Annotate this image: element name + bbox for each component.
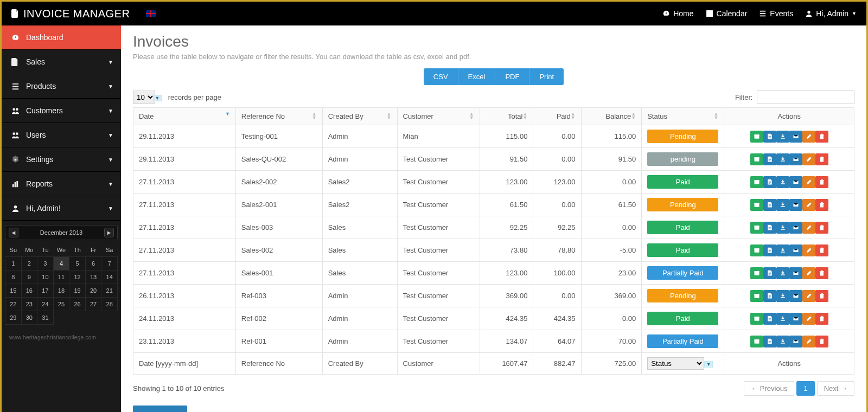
- cal-day-25[interactable]: 25: [53, 298, 69, 311]
- action-details[interactable]: [763, 336, 776, 347]
- cal-day-9[interactable]: 9: [21, 271, 37, 284]
- col-created-by[interactable]: Created By▲▼: [322, 108, 397, 125]
- cal-day-13[interactable]: 13: [85, 271, 101, 284]
- nav-home[interactable]: Home: [662, 9, 693, 18]
- action-view[interactable]: [750, 199, 763, 211]
- cal-day-15[interactable]: 15: [5, 284, 22, 298]
- filter-input[interactable]: [757, 91, 854, 104]
- cal-day-17[interactable]: 17: [37, 284, 54, 298]
- action-download[interactable]: [776, 267, 789, 279]
- cal-day-14[interactable]: 14: [101, 271, 118, 284]
- action-view[interactable]: [750, 313, 763, 325]
- action-download[interactable]: [776, 153, 789, 165]
- action-details[interactable]: [763, 222, 776, 234]
- cal-day-31[interactable]: 31: [37, 311, 54, 325]
- cal-day-1[interactable]: 1: [5, 257, 22, 271]
- action-delete[interactable]: [815, 290, 828, 302]
- action-delete[interactable]: [815, 267, 828, 279]
- action-edit[interactable]: [802, 131, 815, 143]
- col-date[interactable]: Date▼: [133, 108, 236, 125]
- action-delete[interactable]: [815, 222, 828, 234]
- cal-day-27[interactable]: 27: [85, 298, 101, 311]
- action-email[interactable]: [789, 176, 802, 188]
- action-details[interactable]: [763, 199, 776, 211]
- action-view[interactable]: [750, 290, 763, 302]
- action-download[interactable]: [776, 199, 789, 211]
- cal-day-30[interactable]: 30: [21, 311, 37, 325]
- col-customer[interactable]: Customer▲▼: [397, 108, 480, 125]
- action-details[interactable]: [763, 290, 776, 302]
- page-prev[interactable]: ← Previous: [744, 381, 794, 396]
- sidebar-item-users[interactable]: Users▼: [2, 123, 121, 147]
- action-edit[interactable]: [802, 199, 815, 211]
- status-filter[interactable]: Status: [647, 357, 704, 370]
- add-invoice-button[interactable]: Add Invoice: [133, 405, 187, 412]
- cal-day-2[interactable]: 2: [21, 257, 37, 271]
- cal-day-3[interactable]: 3: [37, 257, 54, 271]
- page-length-select[interactable]: 10: [133, 91, 155, 104]
- action-view[interactable]: [750, 267, 763, 279]
- action-details[interactable]: [763, 267, 776, 279]
- page-next[interactable]: Next →: [817, 381, 854, 396]
- cal-day-11[interactable]: 11: [53, 271, 69, 284]
- nav-calendar[interactable]: Calendar: [706, 9, 748, 18]
- action-view[interactable]: [750, 176, 763, 188]
- action-email[interactable]: [789, 153, 802, 165]
- action-details[interactable]: [763, 131, 776, 143]
- cal-day-6[interactable]: 6: [85, 257, 101, 271]
- action-view[interactable]: [750, 336, 763, 347]
- col-reference-no[interactable]: Reference No▲▼: [235, 108, 322, 125]
- action-delete[interactable]: [815, 244, 828, 256]
- cal-day-4[interactable]: 4: [53, 257, 69, 271]
- action-view[interactable]: [750, 222, 763, 234]
- action-details[interactable]: [763, 176, 776, 188]
- brand[interactable]: INVOICE MANAGER: [11, 8, 130, 20]
- action-edit[interactable]: [802, 153, 815, 165]
- nav-user[interactable]: Hi, Admin ▼: [805, 9, 857, 18]
- cal-day-24[interactable]: 24: [37, 298, 54, 311]
- action-download[interactable]: [776, 176, 789, 188]
- sidebar-item-settings[interactable]: Settings▼: [2, 147, 121, 172]
- action-edit[interactable]: [802, 244, 815, 256]
- sidebar-item-customers[interactable]: Customers▼: [2, 99, 121, 123]
- cal-day-20[interactable]: 20: [85, 284, 101, 298]
- cal-day-16[interactable]: 16: [21, 284, 37, 298]
- export-csv[interactable]: CSV: [424, 68, 458, 85]
- cal-day-23[interactable]: 23: [21, 298, 37, 311]
- action-edit[interactable]: [802, 313, 815, 325]
- action-download[interactable]: [776, 131, 789, 143]
- page-1[interactable]: 1: [796, 381, 814, 396]
- action-edit[interactable]: [802, 176, 815, 188]
- action-view[interactable]: [750, 131, 763, 143]
- action-email[interactable]: [789, 244, 802, 256]
- cal-day-7[interactable]: 7: [101, 257, 118, 271]
- cal-next[interactable]: ►: [104, 228, 114, 237]
- action-view[interactable]: [750, 244, 763, 256]
- col-balance[interactable]: Balance▲▼: [581, 108, 642, 125]
- sidebar-item-products[interactable]: Products▼: [2, 74, 121, 99]
- action-email[interactable]: [789, 290, 802, 302]
- export-print[interactable]: Print: [529, 68, 564, 85]
- action-email[interactable]: [789, 131, 802, 143]
- action-edit[interactable]: [802, 336, 815, 347]
- sidebar-item-sales[interactable]: Sales▼: [2, 50, 121, 74]
- action-delete[interactable]: [815, 199, 828, 211]
- action-delete[interactable]: [815, 313, 828, 325]
- cal-day-18[interactable]: 18: [53, 284, 69, 298]
- action-delete[interactable]: [815, 336, 828, 347]
- col-total[interactable]: Total▲▼: [480, 108, 533, 125]
- action-email[interactable]: [789, 336, 802, 347]
- action-download[interactable]: [776, 222, 789, 234]
- action-edit[interactable]: [802, 267, 815, 279]
- cal-day-10[interactable]: 10: [37, 271, 54, 284]
- cal-prev[interactable]: ◄: [9, 228, 18, 237]
- action-email[interactable]: [789, 313, 802, 325]
- action-download[interactable]: [776, 313, 789, 325]
- action-details[interactable]: [763, 244, 776, 256]
- cal-day-29[interactable]: 29: [5, 311, 22, 325]
- action-details[interactable]: [763, 313, 776, 325]
- cal-day-5[interactable]: 5: [69, 257, 86, 271]
- sidebar-item-reports[interactable]: Reports▼: [2, 172, 121, 196]
- cal-day-12[interactable]: 12: [69, 271, 86, 284]
- action-delete[interactable]: [815, 153, 828, 165]
